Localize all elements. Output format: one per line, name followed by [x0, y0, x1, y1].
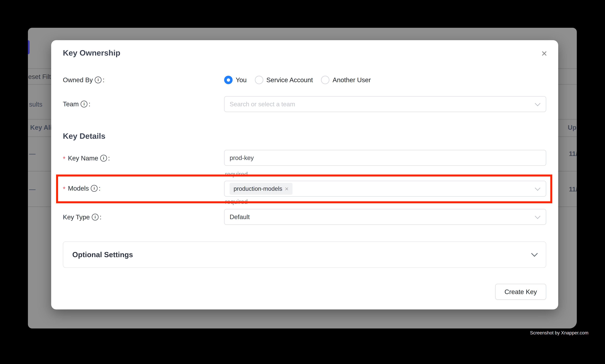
create-key-modal: ✕ Key Ownership Owned By i : You Service…: [51, 40, 558, 310]
radio-selected-icon[interactable]: [224, 76, 232, 84]
radio-label: Another User: [333, 76, 371, 84]
key-type-label-text: Key Type: [63, 213, 90, 221]
table-row-date-partial: 11/: [569, 150, 577, 157]
key-type-select[interactable]: Default: [224, 209, 546, 225]
create-key-button[interactable]: Create Key: [495, 284, 546, 300]
info-icon[interactable]: i: [100, 155, 107, 162]
close-icon[interactable]: ✕: [539, 49, 549, 59]
reset-filters-button-partial: eset Filt: [28, 73, 51, 80]
optional-settings-panel[interactable]: Optional Settings: [63, 241, 546, 268]
watermark-text: Screenshot by Xnapper.com: [530, 330, 589, 336]
table-row-alias-dash: —: [29, 185, 36, 193]
label-colon: :: [100, 213, 102, 221]
screenshot-canvas: eset Filt sults Key Alia Up — 11/ — 11/ …: [0, 0, 605, 364]
key-details-heading: Key Details: [63, 131, 105, 141]
radio-unselected-icon[interactable]: [321, 76, 329, 84]
models-select[interactable]: production-models ×: [224, 181, 546, 197]
label-colon: :: [108, 154, 110, 162]
team-label: Team i :: [63, 100, 90, 108]
updated-column-header-partial: Up: [568, 124, 576, 131]
models-required-hint: required: [225, 198, 248, 205]
key-type-label: Key Type i :: [63, 213, 102, 221]
required-asterisk: *: [63, 185, 65, 193]
team-select[interactable]: Search or select a team: [224, 96, 546, 112]
key-name-label-text: Key Name: [68, 154, 98, 162]
label-colon: :: [103, 76, 104, 84]
label-colon: :: [99, 184, 101, 192]
chevron-down-icon: [535, 185, 541, 191]
chevron-down-icon: [535, 213, 541, 219]
owned-by-label: Owned By i :: [63, 76, 104, 84]
key-name-required-hint: required: [225, 170, 248, 178]
selected-model-tag: production-models ×: [230, 183, 293, 195]
radio-label: Service Account: [266, 76, 313, 84]
info-icon[interactable]: i: [81, 101, 87, 107]
table-row-alias-dash: —: [29, 150, 36, 157]
owned-by-label-text: Owned By: [63, 76, 93, 84]
info-icon[interactable]: i: [95, 77, 102, 83]
key-name-input[interactable]: prod-key: [224, 150, 546, 166]
key-name-value: prod-key: [230, 154, 254, 161]
chevron-down-icon: [531, 250, 538, 257]
radio-label: You: [236, 76, 247, 84]
info-icon[interactable]: i: [92, 214, 99, 221]
label-colon: :: [89, 100, 90, 108]
chevron-down-icon: [535, 101, 541, 106]
table-row-date-partial: 11/: [569, 185, 577, 193]
team-label-text: Team: [63, 100, 79, 108]
radio-option-service-account[interactable]: Service Account: [255, 76, 313, 84]
key-type-value: Default: [230, 213, 250, 221]
key-name-label: * Key Name i :: [63, 154, 110, 162]
results-count-partial: sults: [29, 101, 42, 108]
modal-title: Key Ownership: [63, 48, 120, 57]
tag-remove-icon[interactable]: ×: [285, 185, 289, 192]
info-icon[interactable]: i: [91, 185, 98, 192]
model-tag-text: production-models: [233, 185, 282, 192]
models-label: * Models i :: [63, 184, 101, 192]
optional-settings-title: Optional Settings: [72, 250, 133, 259]
clipped-indigo-button: [28, 40, 30, 54]
owned-by-radio-group: You Service Account Another User: [224, 76, 371, 84]
radio-option-another-user[interactable]: Another User: [321, 76, 371, 84]
radio-unselected-icon[interactable]: [255, 76, 263, 84]
radio-option-you[interactable]: You: [224, 76, 247, 84]
models-label-text: Models: [68, 184, 89, 192]
team-select-placeholder: Search or select a team: [230, 101, 295, 108]
required-asterisk: *: [63, 155, 65, 163]
